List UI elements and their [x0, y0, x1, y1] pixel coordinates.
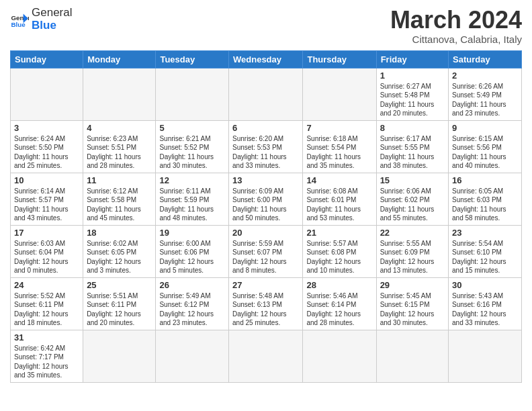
- day-number: 24: [14, 280, 79, 290]
- calendar-cell: 16Sunrise: 6:05 AM Sunset: 6:03 PM Dayli…: [449, 173, 522, 225]
- day-info: Sunrise: 6:21 AM Sunset: 5:52 PM Dayligh…: [159, 134, 225, 171]
- calendar-table: Sunday Monday Tuesday Wednesday Thursday…: [10, 50, 522, 383]
- header-saturday: Saturday: [449, 50, 522, 68]
- day-number: 30: [452, 280, 518, 290]
- day-number: 28: [306, 280, 372, 290]
- day-info: Sunrise: 5:54 AM Sunset: 6:10 PM Dayligh…: [452, 239, 518, 275]
- calendar-cell: 26Sunrise: 5:49 AM Sunset: 6:12 PM Dayli…: [156, 277, 229, 330]
- logo-word1: General: [32, 7, 72, 19]
- calendar-week-row-2: 3Sunrise: 6:24 AM Sunset: 5:50 PM Daylig…: [11, 120, 522, 173]
- day-number: 11: [87, 175, 152, 185]
- day-number: 15: [380, 175, 445, 185]
- day-info: Sunrise: 6:42 AM Sunset: 7:17 PM Dayligh…: [14, 344, 79, 380]
- day-number: 19: [159, 228, 225, 238]
- day-number: 1: [380, 71, 445, 81]
- day-number: 20: [232, 228, 299, 238]
- calendar-cell: 18Sunrise: 6:02 AM Sunset: 6:05 PM Dayli…: [83, 225, 156, 277]
- calendar-cell: 30Sunrise: 5:43 AM Sunset: 6:16 PM Dayli…: [449, 277, 522, 330]
- generalblue-logo-icon: General Blue: [10, 10, 29, 29]
- svg-text:Blue: Blue: [11, 21, 26, 28]
- day-number: 17: [14, 228, 79, 238]
- day-number: 9: [452, 123, 518, 133]
- header-monday: Monday: [83, 50, 156, 68]
- calendar-cell: 31Sunrise: 6:42 AM Sunset: 7:17 PM Dayli…: [11, 330, 83, 382]
- day-info: Sunrise: 6:00 AM Sunset: 6:06 PM Dayligh…: [159, 239, 225, 275]
- calendar-cell: 24Sunrise: 5:52 AM Sunset: 6:11 PM Dayli…: [11, 277, 83, 330]
- calendar-cell: 2Sunrise: 6:26 AM Sunset: 5:49 PM Daylig…: [449, 68, 522, 120]
- day-info: Sunrise: 6:06 AM Sunset: 6:02 PM Dayligh…: [380, 187, 445, 223]
- calendar-cell: 15Sunrise: 6:06 AM Sunset: 6:02 PM Dayli…: [376, 173, 448, 225]
- calendar-cell: 29Sunrise: 5:45 AM Sunset: 6:15 PM Dayli…: [376, 277, 448, 330]
- day-info: Sunrise: 6:12 AM Sunset: 5:58 PM Dayligh…: [87, 187, 152, 223]
- day-number: 8: [380, 123, 445, 133]
- calendar-cell: [156, 330, 229, 382]
- day-info: Sunrise: 6:23 AM Sunset: 5:51 PM Dayligh…: [87, 134, 152, 171]
- header-wednesday: Wednesday: [229, 50, 303, 68]
- calendar-cell: 10Sunrise: 6:14 AM Sunset: 5:57 PM Dayli…: [11, 173, 83, 225]
- day-info: Sunrise: 5:45 AM Sunset: 6:15 PM Dayligh…: [380, 291, 445, 328]
- month-title: March 2024: [390, 7, 522, 34]
- calendar-cell: 12Sunrise: 6:11 AM Sunset: 5:59 PM Dayli…: [156, 173, 229, 225]
- calendar-cell: 7Sunrise: 6:18 AM Sunset: 5:54 PM Daylig…: [303, 120, 376, 173]
- location: Cittanova, Calabria, Italy: [390, 34, 522, 45]
- calendar-week-row-5: 24Sunrise: 5:52 AM Sunset: 6:11 PM Dayli…: [11, 277, 522, 330]
- calendar-week-row-4: 17Sunrise: 6:03 AM Sunset: 6:04 PM Dayli…: [11, 225, 522, 277]
- day-info: Sunrise: 6:09 AM Sunset: 6:00 PM Dayligh…: [232, 187, 299, 223]
- calendar-cell: 4Sunrise: 6:23 AM Sunset: 5:51 PM Daylig…: [83, 120, 156, 173]
- day-number: 13: [232, 175, 299, 185]
- day-number: 2: [452, 71, 518, 81]
- day-info: Sunrise: 5:59 AM Sunset: 6:07 PM Dayligh…: [232, 239, 299, 275]
- day-info: Sunrise: 5:46 AM Sunset: 6:14 PM Dayligh…: [306, 291, 372, 328]
- day-info: Sunrise: 6:11 AM Sunset: 5:59 PM Dayligh…: [159, 187, 225, 223]
- calendar-cell: [11, 68, 83, 120]
- day-number: 23: [452, 228, 518, 238]
- day-number: 22: [380, 228, 445, 238]
- day-number: 6: [232, 123, 299, 133]
- day-number: 12: [159, 175, 225, 185]
- calendar-cell: 21Sunrise: 5:57 AM Sunset: 6:08 PM Dayli…: [303, 225, 376, 277]
- day-info: Sunrise: 5:52 AM Sunset: 6:11 PM Dayligh…: [14, 291, 79, 328]
- day-info: Sunrise: 5:57 AM Sunset: 6:08 PM Dayligh…: [306, 239, 372, 275]
- day-info: Sunrise: 5:48 AM Sunset: 6:13 PM Dayligh…: [232, 291, 299, 328]
- page: General Blue General Blue March 2024 Cit…: [0, 0, 532, 411]
- day-info: Sunrise: 6:14 AM Sunset: 5:57 PM Dayligh…: [14, 187, 79, 223]
- day-info: Sunrise: 5:51 AM Sunset: 6:11 PM Dayligh…: [87, 291, 152, 328]
- calendar-cell: 13Sunrise: 6:09 AM Sunset: 6:00 PM Dayli…: [229, 173, 303, 225]
- header-friday: Friday: [376, 50, 448, 68]
- day-info: Sunrise: 5:49 AM Sunset: 6:12 PM Dayligh…: [159, 291, 225, 328]
- day-number: 5: [159, 123, 225, 133]
- day-info: Sunrise: 6:27 AM Sunset: 5:48 PM Dayligh…: [380, 82, 445, 118]
- day-info: Sunrise: 6:18 AM Sunset: 5:54 PM Dayligh…: [306, 134, 372, 171]
- calendar-week-row-3: 10Sunrise: 6:14 AM Sunset: 5:57 PM Dayli…: [11, 173, 522, 225]
- title-area: March 2024 Cittanova, Calabria, Italy: [390, 7, 522, 45]
- calendar-cell: [83, 68, 156, 120]
- day-info: Sunrise: 6:05 AM Sunset: 6:03 PM Dayligh…: [452, 187, 518, 223]
- day-number: 29: [380, 280, 445, 290]
- calendar-cell: [229, 68, 303, 120]
- logo: General Blue General Blue: [10, 7, 72, 32]
- calendar-cell: 20Sunrise: 5:59 AM Sunset: 6:07 PM Dayli…: [229, 225, 303, 277]
- day-info: Sunrise: 6:17 AM Sunset: 5:55 PM Dayligh…: [380, 134, 445, 171]
- calendar-cell: 28Sunrise: 5:46 AM Sunset: 6:14 PM Dayli…: [303, 277, 376, 330]
- day-number: 31: [14, 332, 79, 342]
- day-number: 21: [306, 228, 372, 238]
- day-number: 10: [14, 175, 79, 185]
- calendar-cell: 1Sunrise: 6:27 AM Sunset: 5:48 PM Daylig…: [376, 68, 448, 120]
- calendar-cell: [449, 330, 522, 382]
- day-info: Sunrise: 6:20 AM Sunset: 5:53 PM Dayligh…: [232, 134, 299, 171]
- calendar-cell: 3Sunrise: 6:24 AM Sunset: 5:50 PM Daylig…: [11, 120, 83, 173]
- day-info: Sunrise: 6:24 AM Sunset: 5:50 PM Dayligh…: [14, 134, 79, 171]
- day-info: Sunrise: 6:03 AM Sunset: 6:04 PM Dayligh…: [14, 239, 79, 275]
- header: General Blue General Blue March 2024 Cit…: [10, 7, 522, 45]
- calendar-cell: 19Sunrise: 6:00 AM Sunset: 6:06 PM Dayli…: [156, 225, 229, 277]
- calendar-cell: 6Sunrise: 6:20 AM Sunset: 5:53 PM Daylig…: [229, 120, 303, 173]
- day-number: 26: [159, 280, 225, 290]
- day-number: 7: [306, 123, 372, 133]
- calendar-cell: 5Sunrise: 6:21 AM Sunset: 5:52 PM Daylig…: [156, 120, 229, 173]
- day-number: 16: [452, 175, 518, 185]
- day-number: 4: [87, 123, 152, 133]
- calendar-week-row-6: 31Sunrise: 6:42 AM Sunset: 7:17 PM Dayli…: [11, 330, 522, 382]
- day-info: Sunrise: 6:15 AM Sunset: 5:56 PM Dayligh…: [452, 134, 518, 171]
- calendar-cell: 14Sunrise: 6:08 AM Sunset: 6:01 PM Dayli…: [303, 173, 376, 225]
- calendar-cell: 17Sunrise: 6:03 AM Sunset: 6:04 PM Dayli…: [11, 225, 83, 277]
